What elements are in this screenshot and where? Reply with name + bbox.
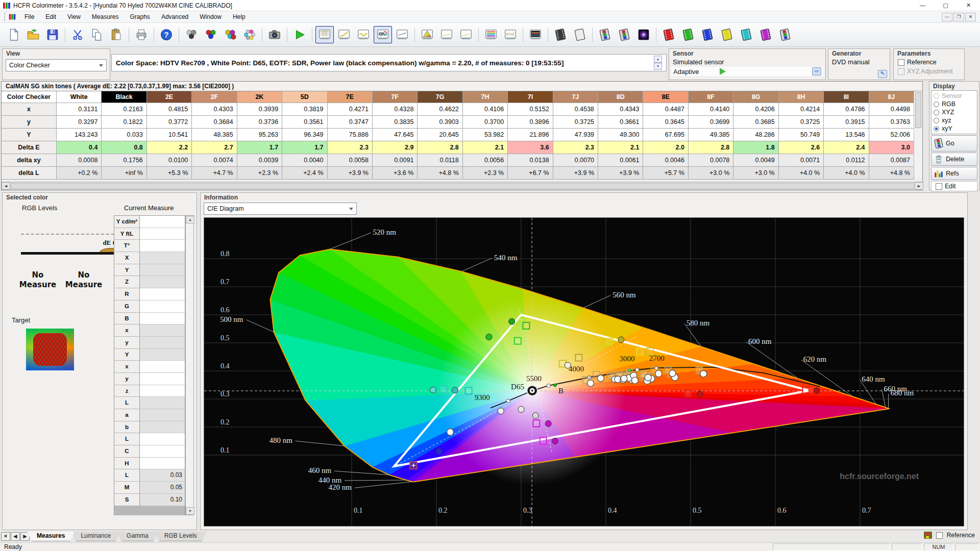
open-file-button[interactable] bbox=[24, 26, 42, 43]
table-cell[interactable]: 0.0112 bbox=[824, 154, 869, 167]
table-cell[interactable]: 0.3561 bbox=[282, 116, 327, 129]
table-vertical-scrollbar[interactable] bbox=[914, 91, 922, 177]
radio-xyz[interactable]: XYZ bbox=[934, 108, 975, 116]
cut-button[interactable] bbox=[68, 26, 87, 43]
scroll-right-icon[interactable]: ▶ bbox=[915, 182, 923, 190]
current-measure-scrollbar[interactable]: ▲ ▼ bbox=[185, 215, 194, 515]
view-free-measures-button[interactable] bbox=[526, 26, 545, 43]
table-cell[interactable]: 2.8 bbox=[418, 141, 462, 154]
table-cell[interactable]: 0.3725 bbox=[779, 116, 824, 129]
table-cell[interactable]: 0.3297 bbox=[57, 116, 102, 129]
table-cell[interactable]: 0.0071 bbox=[779, 154, 824, 167]
table-cell[interactable]: 0.033 bbox=[102, 129, 146, 141]
menu-file[interactable]: File bbox=[19, 12, 40, 22]
view-cie-chart-button[interactable] bbox=[418, 26, 436, 43]
table-cell[interactable]: 0.3835 bbox=[373, 116, 418, 129]
table-cell[interactable]: 0.4498 bbox=[869, 103, 914, 116]
table-cell[interactable]: +0.2 % bbox=[57, 167, 102, 180]
table-cell[interactable]: +2.3 % bbox=[237, 167, 282, 180]
measure-grayscale-button[interactable] bbox=[182, 26, 201, 43]
information-view-dropdown[interactable]: CIE Diagram bbox=[204, 203, 357, 215]
measure-full-set-button[interactable] bbox=[240, 26, 259, 43]
table-cell[interactable]: 0.3915 bbox=[824, 116, 869, 129]
view-nearblack-graph-button[interactable] bbox=[393, 26, 411, 43]
reference-checkbox[interactable] bbox=[936, 532, 943, 539]
table-cell[interactable]: +2.4 % bbox=[282, 167, 327, 180]
measure-contrast-button[interactable] bbox=[634, 26, 653, 43]
measure-primaries-button[interactable] bbox=[202, 26, 220, 43]
view-gamma-alt-button[interactable] bbox=[457, 26, 475, 43]
table-cell[interactable]: +3.0 % bbox=[733, 167, 778, 180]
column-header-2e[interactable]: 2E bbox=[147, 91, 192, 103]
spinner-down-icon[interactable]: ▼ bbox=[654, 63, 662, 70]
mdi-restore-button[interactable]: ❐ bbox=[953, 13, 964, 21]
table-cell[interactable]: +4.0 % bbox=[779, 167, 824, 180]
tab-prev-button[interactable]: ◀ bbox=[11, 532, 20, 541]
table-cell[interactable]: 0.3819 bbox=[282, 103, 327, 116]
tab-measures[interactable]: Measures bbox=[27, 532, 75, 541]
measure-secondaries-button[interactable] bbox=[221, 26, 239, 43]
table-cell[interactable]: 47.645 bbox=[373, 129, 418, 141]
table-cell[interactable]: 0.4328 bbox=[373, 103, 418, 116]
table-cell[interactable]: 49.300 bbox=[598, 129, 643, 141]
sensor-config-icon[interactable]: ⇨ bbox=[812, 67, 821, 76]
table-cell[interactable]: 0.4106 bbox=[463, 103, 508, 116]
table-cell[interactable]: 143.243 bbox=[57, 129, 102, 141]
table-cell[interactable]: 0.0138 bbox=[508, 154, 553, 167]
column-header-7f[interactable]: 7F bbox=[373, 91, 418, 103]
table-cell[interactable]: 2.3 bbox=[553, 141, 598, 154]
copy-button[interactable] bbox=[88, 26, 106, 43]
tab-rgb-levels[interactable]: RGB Levels bbox=[155, 532, 207, 541]
table-cell[interactable]: 0.3700 bbox=[463, 116, 508, 129]
tab-luminance[interactable]: Luminance bbox=[71, 532, 120, 541]
scroll-left-icon[interactable]: ◀ bbox=[2, 182, 10, 190]
radio-icon[interactable] bbox=[934, 126, 939, 132]
column-header-7e[interactable]: 7E bbox=[328, 91, 373, 103]
column-header-2k[interactable]: 2K bbox=[237, 91, 282, 103]
radio-icon[interactable] bbox=[934, 110, 939, 115]
save-file-button[interactable] bbox=[43, 26, 62, 43]
table-cell[interactable]: 0.3736 bbox=[237, 116, 282, 129]
table-cell[interactable]: 2.3 bbox=[328, 141, 373, 154]
table-cell[interactable]: 0.1822 bbox=[102, 116, 146, 129]
table-cell[interactable]: +3.9 % bbox=[328, 167, 373, 180]
view-histogram-graph-button[interactable] bbox=[374, 26, 392, 43]
table-cell[interactable]: 21.896 bbox=[508, 129, 553, 141]
column-header-8h[interactable]: 8H bbox=[779, 91, 824, 103]
table-cell[interactable]: 0.2163 bbox=[102, 103, 146, 116]
info-spinner[interactable]: ▲ ▼ bbox=[654, 56, 662, 70]
view-luminance-graph-button[interactable] bbox=[335, 26, 353, 43]
table-cell[interactable]: 0.4 bbox=[57, 141, 102, 154]
radio-xyz[interactable]: xyz bbox=[934, 116, 975, 124]
table-cell[interactable]: +inf % bbox=[102, 167, 146, 180]
column-header-8d[interactable]: 8D bbox=[598, 91, 643, 103]
table-cell[interactable]: 52.006 bbox=[869, 129, 914, 141]
debug-icon[interactable] bbox=[924, 532, 932, 539]
table-cell[interactable]: 0.0078 bbox=[689, 154, 733, 167]
table-cell[interactable]: 0.0058 bbox=[328, 154, 373, 167]
table-cell[interactable]: 0.4815 bbox=[147, 103, 192, 116]
scroll-up-icon[interactable]: ▲ bbox=[186, 216, 194, 223]
table-cell[interactable]: +3.6 % bbox=[373, 167, 418, 180]
go-button[interactable]: Go bbox=[931, 135, 977, 152]
checkbox-icon[interactable] bbox=[898, 59, 904, 66]
table-horizontal-scrollbar[interactable]: ◀ ▶ bbox=[2, 182, 923, 190]
edit-checkbox-row[interactable]: Edit bbox=[931, 181, 977, 191]
table-cell[interactable]: 0.0087 bbox=[869, 154, 914, 167]
checkbox-reference[interactable]: Reference bbox=[894, 58, 964, 67]
table-cell[interactable]: 2.6 bbox=[779, 141, 824, 154]
column-header-8e[interactable]: 8E bbox=[643, 91, 688, 103]
scroll-down-icon[interactable]: ▼ bbox=[186, 507, 194, 515]
view-color-temp-graph-button[interactable] bbox=[501, 26, 520, 43]
refs-button[interactable]: Refs bbox=[931, 167, 977, 180]
delete-button[interactable]: Delete bbox=[931, 153, 977, 166]
table-cell[interactable]: 0.0046 bbox=[643, 154, 688, 167]
table-cell[interactable]: 0.3903 bbox=[418, 116, 462, 129]
maximize-button[interactable]: ▢ bbox=[934, 0, 957, 11]
table-cell[interactable]: 2.2 bbox=[147, 141, 192, 154]
table-cell[interactable]: 2.4 bbox=[824, 141, 869, 154]
table-cell[interactable]: 0.3645 bbox=[643, 116, 688, 129]
minimize-button[interactable]: — bbox=[911, 0, 934, 11]
generator-edit-icon[interactable]: ✎ bbox=[878, 70, 887, 78]
print-button[interactable] bbox=[132, 26, 151, 43]
